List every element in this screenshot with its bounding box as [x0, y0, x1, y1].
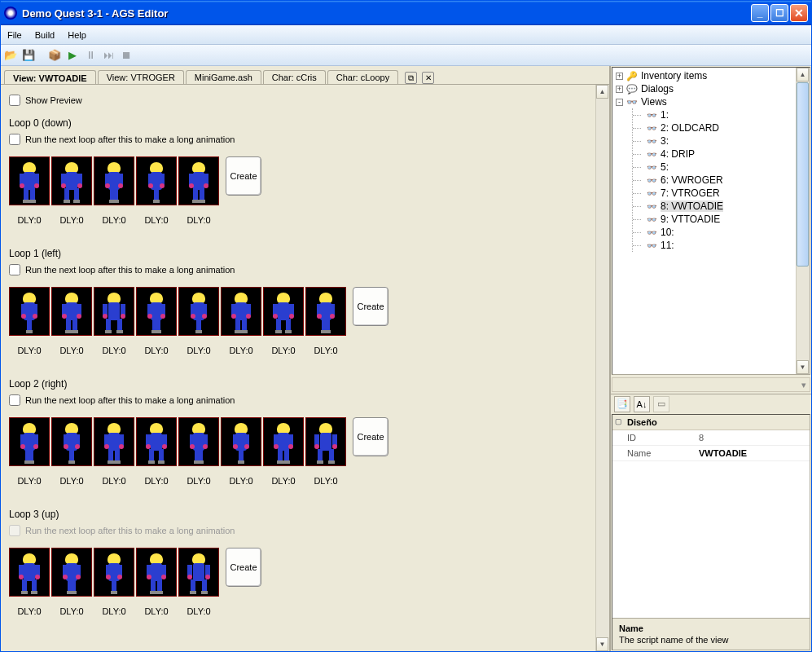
- property-value[interactable]: 8: [694, 430, 810, 445]
- property-pages-icon[interactable]: ▭: [653, 396, 669, 412]
- tree-view-item[interactable]: 👓1:: [644, 108, 794, 121]
- tree-scrollbar[interactable]: ▲ ▼: [796, 68, 810, 374]
- sprite-frame[interactable]: [136, 156, 177, 205]
- sprite-frame[interactable]: [221, 287, 261, 336]
- tree-view-item[interactable]: 👓11:: [644, 239, 794, 252]
- alphabetical-icon[interactable]: A↓: [634, 396, 650, 412]
- sprite-frame[interactable]: [51, 287, 92, 336]
- scroll-up-icon[interactable]: ▲: [596, 85, 608, 99]
- save-icon[interactable]: 💾: [22, 49, 35, 62]
- sprite-frame[interactable]: [9, 156, 50, 205]
- sprite-frame[interactable]: [136, 287, 177, 336]
- sprite-frame[interactable]: [9, 548, 50, 597]
- tree-view-item[interactable]: 👓4: DRIP: [644, 148, 794, 161]
- tab[interactable]: MiniGame.ash: [186, 70, 261, 84]
- sprite-frame[interactable]: [9, 287, 50, 336]
- tree-view-item[interactable]: 👓3:: [644, 134, 794, 148]
- sprite-frame[interactable]: [263, 287, 304, 336]
- window-buttons: _ ☐ ✕: [751, 4, 808, 22]
- panel-collapse-button[interactable]: ▾: [612, 377, 810, 392]
- run-next-checkbox[interactable]: [9, 394, 20, 406]
- tree-node-inventory[interactable]: + 🔑 Inventory items: [614, 69, 794, 82]
- content-area: View: VWTOADIEView: VTROGERMiniGame.ashC…: [1, 66, 811, 651]
- create-frame-button[interactable]: Create: [226, 156, 261, 196]
- expand-icon[interactable]: +: [616, 86, 623, 93]
- expand-icon[interactable]: +: [616, 73, 623, 80]
- sprite-frame[interactable]: [9, 417, 50, 466]
- create-frame-button[interactable]: Create: [226, 548, 261, 587]
- tree-view-item[interactable]: 👓8: VWTOADIE: [644, 200, 794, 213]
- sprite-frame[interactable]: [221, 417, 261, 466]
- frame-cell: DLY:0: [178, 287, 219, 355]
- stop-icon: ⏹: [120, 49, 133, 62]
- tab[interactable]: Char: cCris: [263, 70, 326, 84]
- sprite-frame[interactable]: [178, 287, 219, 336]
- tree-view-item[interactable]: 👓7: VTROGER: [644, 187, 794, 200]
- view-icon: 👓: [646, 240, 657, 250]
- frame-delay-label: DLY:0: [59, 476, 83, 486]
- create-frame-button[interactable]: Create: [353, 287, 388, 326]
- view-icon: 👓: [646, 227, 657, 237]
- open-icon[interactable]: 📂: [4, 49, 17, 62]
- package-icon[interactable]: 📦: [48, 49, 61, 62]
- menu-file[interactable]: File: [7, 30, 22, 40]
- sprite-frame[interactable]: [305, 417, 346, 466]
- create-frame-button[interactable]: Create: [353, 417, 388, 456]
- sprite-frame[interactable]: [94, 417, 134, 466]
- tree-view-item[interactable]: 👓9: VTTOADIE: [644, 213, 794, 226]
- tree-view-item[interactable]: 👓6: VWROGER: [644, 174, 794, 187]
- tree-view-item[interactable]: 👓10:: [644, 226, 794, 239]
- tab[interactable]: View: VWTOADIE: [4, 70, 96, 85]
- scroll-down-icon[interactable]: ▼: [797, 360, 809, 374]
- scroll-up-icon[interactable]: ▲: [797, 68, 809, 82]
- sprite-frame[interactable]: [51, 156, 92, 205]
- close-button[interactable]: ✕: [790, 4, 808, 22]
- sprite-frame[interactable]: [94, 548, 134, 597]
- frame-delay-label: DLY:0: [271, 476, 295, 486]
- sprite-frame[interactable]: [178, 156, 219, 205]
- sprite-frame[interactable]: [136, 417, 177, 466]
- frame-cell: DLY:0: [9, 417, 50, 486]
- scroll-down-icon[interactable]: ▼: [596, 637, 608, 651]
- close-tab-icon[interactable]: ✕: [422, 72, 434, 84]
- collapse-icon[interactable]: -: [616, 99, 623, 106]
- categorized-icon[interactable]: 📑: [614, 396, 630, 412]
- titlebar[interactable]: Demo Quest 3-1 - AGS Editor _ ☐ ✕: [1, 1, 811, 25]
- tab[interactable]: View: VTROGER: [98, 70, 184, 84]
- editor-scrollbar[interactable]: ▲ ▼: [595, 85, 609, 651]
- property-section-header[interactable]: Diseño: [612, 415, 810, 430]
- frame-cell: DLY:0: [94, 287, 134, 355]
- sprite-frame[interactable]: [178, 548, 219, 597]
- sprite-frame[interactable]: [305, 287, 346, 336]
- property-row[interactable]: ID8: [612, 430, 810, 446]
- run-icon[interactable]: ▶: [66, 49, 79, 62]
- minimize-button[interactable]: _: [751, 4, 769, 22]
- menu-build[interactable]: Build: [35, 30, 55, 40]
- frame-delay-label: DLY:0: [187, 346, 210, 355]
- sprite-frame[interactable]: [178, 417, 219, 466]
- sprite-frame[interactable]: [51, 548, 92, 597]
- maximize-button[interactable]: ☐: [770, 4, 788, 22]
- tree-node-dialogs[interactable]: + 💬 Dialogs: [614, 82, 794, 95]
- sprite-frame[interactable]: [94, 156, 134, 205]
- run-next-checkbox[interactable]: [9, 264, 20, 275]
- tree-item-label: 4: DRIP: [661, 148, 695, 160]
- property-row[interactable]: NameVWTOADIE: [612, 446, 810, 461]
- menu-help[interactable]: Help: [68, 30, 86, 40]
- show-preview-checkbox[interactable]: [9, 95, 20, 106]
- sprite-frame[interactable]: [94, 287, 134, 336]
- run-next-label: Run the next loop after this to make a l…: [25, 395, 235, 405]
- tree-node-views[interactable]: - 👓 Views: [614, 95, 794, 108]
- sprite-frame[interactable]: [263, 417, 304, 466]
- tree-view-item[interactable]: 👓5:: [644, 161, 794, 174]
- scroll-thumb[interactable]: [797, 82, 809, 267]
- run-next-checkbox[interactable]: [9, 134, 20, 145]
- frame-cell: DLY:0: [178, 417, 219, 486]
- tree-view-item[interactable]: 👓2: OLDCARD: [644, 121, 794, 134]
- frame-cell: DLY:0: [305, 417, 346, 486]
- tab[interactable]: Char: cLoopy: [327, 70, 398, 84]
- window-list-icon[interactable]: ⧉: [405, 72, 417, 84]
- property-value[interactable]: VWTOADIE: [694, 446, 810, 460]
- sprite-frame[interactable]: [51, 417, 92, 466]
- sprite-frame[interactable]: [136, 548, 177, 597]
